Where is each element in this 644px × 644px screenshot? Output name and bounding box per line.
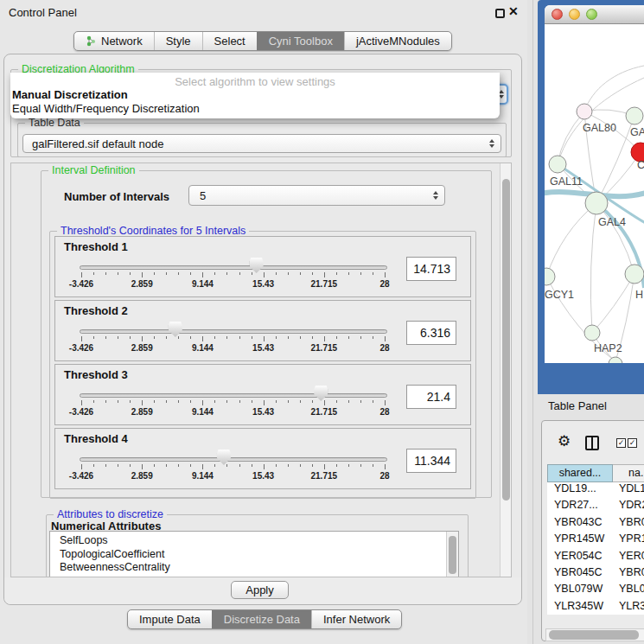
threshold-value-field[interactable]: 14.713 <box>406 257 456 281</box>
traffic-light-close[interactable] <box>552 9 563 20</box>
node-label: HAP2 <box>594 342 622 354</box>
threshold-label: Threshold 2 <box>64 304 128 317</box>
slider-track[interactable] <box>80 457 387 462</box>
attribute-item[interactable]: SelfLoops <box>50 532 458 548</box>
table-hscrollbar-thumb[interactable] <box>549 630 639 640</box>
tab-network[interactable]: Network <box>74 32 154 50</box>
network-titlebar[interactable] <box>545 5 644 24</box>
control-panel-window: Control Panel ✕ Network Style Select Cyn… <box>0 0 527 644</box>
node-h[interactable] <box>625 265 644 284</box>
attribute-item[interactable]: BetweennessCentrality <box>50 561 458 575</box>
tab-label: Cyni Toolbox <box>269 35 333 48</box>
node-gal4[interactable] <box>585 192 608 214</box>
slider-track[interactable] <box>80 329 387 334</box>
network-window-frame: GAL80 GA C GAL11 GAL4 GCY1 H HAP2 <box>538 0 644 394</box>
threshold-value-field[interactable]: 21.4 <box>406 385 456 409</box>
apply-button[interactable]: Apply <box>231 581 289 599</box>
panel-title: Control Panel <box>9 6 77 19</box>
list-scrollbar-thumb[interactable] <box>449 536 456 574</box>
node-label: GAL80 <box>583 122 616 134</box>
float-icon[interactable] <box>495 9 505 18</box>
threshold-value-field[interactable]: 11.344 <box>406 449 456 473</box>
tab-discretize-data[interactable]: Discretize Data <box>212 610 311 628</box>
threshold-value-field[interactable]: 6.316 <box>406 321 456 345</box>
table-row[interactable]: YBR043CYBR0... <box>547 516 644 532</box>
combobox-stepper-icon <box>433 191 438 200</box>
table-row[interactable]: YER054CYER0... <box>547 550 644 566</box>
slider-thumb[interactable] <box>217 450 231 465</box>
node-label: GAL11 <box>550 175 583 188</box>
traffic-light-zoom[interactable] <box>586 9 597 20</box>
threshold-panel: Threshold 4 -3.4262.8599.14415.4321.7152… <box>54 428 471 489</box>
slider-track[interactable] <box>80 393 387 398</box>
number-of-intervals-combobox[interactable]: 5 <box>188 185 445 206</box>
bottom-tab-bar: Impute Data Discretize Data Infer Networ… <box>127 609 402 629</box>
group-title: Threshold's Coordinates for 5 Intervals <box>57 225 249 237</box>
node-hap2[interactable] <box>584 325 600 341</box>
node-gal11[interactable] <box>549 156 566 173</box>
number-of-intervals-label: Number of Intervals <box>64 190 169 203</box>
tab-label: Style <box>166 35 191 48</box>
slider-thumb[interactable] <box>169 322 182 337</box>
threshold-panel: Threshold 1 -3.4262.8599.14415.4321.7152… <box>54 236 471 297</box>
threshold-label: Threshold 1 <box>64 240 128 253</box>
table-row[interactable]: YDL19...YDL1... <box>547 482 644 499</box>
table-data-combobox[interactable]: galFiltered.sif default node <box>22 134 501 153</box>
node-label: GCY1 <box>545 289 574 301</box>
column-header-shared-name[interactable]: shared... <box>547 464 613 482</box>
node-ga[interactable] <box>626 107 643 124</box>
panel-divider[interactable] <box>532 0 533 644</box>
threshold-label: Threshold 4 <box>64 432 128 445</box>
top-tab-bar: Network Style Select Cyni Toolbox jActiv… <box>73 31 452 51</box>
table-hscrollbar[interactable] <box>545 628 644 641</box>
slider-thumb[interactable] <box>314 386 328 401</box>
checkbox-icon[interactable]: ✓ <box>616 438 626 448</box>
node-gcy1[interactable] <box>545 268 555 285</box>
combobox-value: 5 <box>198 189 206 202</box>
table-row[interactable]: YBR045CYBR0... <box>547 566 644 583</box>
node-label: H <box>635 289 643 301</box>
settings-scrollbar[interactable] <box>500 163 512 577</box>
network-graph: GAL80 GA C GAL11 GAL4 GCY1 H HAP2 <box>545 24 644 363</box>
threshold-panel: Threshold 3 -3.4262.8599.14415.4321.7152… <box>54 364 471 425</box>
columns-icon[interactable] <box>585 436 599 450</box>
combobox-value: galFiltered.sif default node <box>32 137 163 150</box>
node-gal80[interactable] <box>577 104 592 119</box>
settings-scroll-viewport: Interval Definition Number of Intervals … <box>10 163 512 577</box>
settings-scrollbar-thumb[interactable] <box>502 179 510 501</box>
traffic-light-minimize[interactable] <box>569 9 580 20</box>
threshold-label: Threshold 3 <box>64 368 128 381</box>
table-row[interactable]: YBL079WYBL0... <box>547 583 644 599</box>
tab-jactivemnodules[interactable]: jActiveMNodules <box>344 32 451 50</box>
tab-infer-network[interactable]: Infer Network <box>311 610 401 628</box>
tab-cyni-toolbox[interactable]: Cyni Toolbox <box>257 32 344 50</box>
table-panel-title: Table Panel <box>548 399 607 412</box>
tab-select[interactable]: Select <box>202 32 257 50</box>
screen: Control Panel ✕ Network Style Select Cyn… <box>0 0 644 644</box>
node-label: C <box>637 159 644 171</box>
node-label: GA <box>630 126 644 138</box>
gear-icon[interactable]: ⚙ <box>558 434 571 449</box>
tab-label: jActiveMNodules <box>356 35 440 48</box>
column-header-name[interactable]: na... <box>613 464 644 482</box>
attribute-item[interactable]: TopologicalCoefficient <box>50 548 458 562</box>
list-scrollbar[interactable] <box>446 532 458 577</box>
table-row[interactable]: YPR145WYPR1... <box>547 532 644 549</box>
tab-impute-data[interactable]: Impute Data <box>128 610 212 628</box>
network-icon <box>86 35 97 47</box>
group-title: Table Data <box>25 117 84 129</box>
table-row[interactable]: YLR345WYLR3... <box>547 600 644 615</box>
popup-item-manual-discretization[interactable]: Manual Discretization <box>12 88 128 101</box>
slider-track[interactable] <box>80 265 387 270</box>
network-canvas[interactable]: GAL80 GA C GAL11 GAL4 GCY1 H HAP2 <box>545 24 644 363</box>
close-icon[interactable]: ✕ <box>508 4 519 18</box>
table-row[interactable]: YDR27...YDR2... <box>547 499 644 515</box>
checkbox-icon[interactable]: ✓ <box>628 438 637 448</box>
right-region: GAL80 GA C GAL11 GAL4 GCY1 H HAP2 <box>527 0 644 644</box>
tab-style[interactable]: Style <box>154 32 202 50</box>
node-label: GAL4 <box>598 216 626 228</box>
tab-label: Select <box>214 35 245 48</box>
popup-item-equal-width-frequency[interactable]: Equal Width/Frequency Discretization <box>12 102 200 115</box>
attr-items: SelfLoopsTopologicalCoefficientBetweenne… <box>50 532 458 575</box>
slider-thumb[interactable] <box>250 258 264 273</box>
